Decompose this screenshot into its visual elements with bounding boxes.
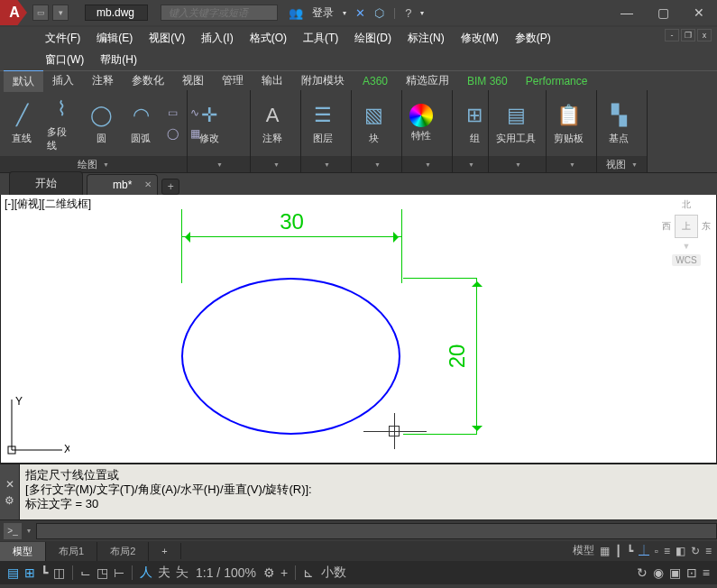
- grid-icon[interactable]: ▦: [600, 545, 610, 557]
- viewcube[interactable]: 北 西 上 东 ▼ WCS: [662, 198, 711, 266]
- sb-menu-icon[interactable]: ≡: [703, 565, 710, 580]
- clipboard-button[interactable]: 📋剪贴板: [550, 99, 587, 147]
- signin-icon[interactable]: 👥: [289, 6, 303, 20]
- command-history[interactable]: 指定尺寸线位置或 [多行文字(M)/文字(T)/角度(A)/水平(H)/垂直(V…: [20, 464, 717, 519]
- ribbon-tab-bim[interactable]: BIM 360: [458, 72, 517, 90]
- ribbon-tab-view[interactable]: 视图: [173, 70, 213, 91]
- ribbon-tab-manage[interactable]: 管理: [213, 70, 253, 91]
- search-input[interactable]: [161, 5, 278, 21]
- panel-modify-label[interactable]: ▼: [188, 156, 250, 172]
- sb-layer-icon[interactable]: ◫: [53, 565, 65, 580]
- qat-recent-icon[interactable]: ▾: [52, 5, 69, 21]
- sb-3d-icon[interactable]: ◳: [97, 565, 108, 580]
- panel-properties-label[interactable]: ▼: [402, 156, 452, 172]
- sb-grid-icon[interactable]: ⊞: [24, 565, 35, 580]
- polyline-button[interactable]: ⌇多段线: [43, 93, 79, 154]
- app-store-icon[interactable]: ⬡: [374, 6, 384, 20]
- close-button[interactable]: ✕: [681, 0, 717, 25]
- lineweight-icon[interactable]: ≡: [664, 545, 670, 557]
- snap-icon[interactable]: ┗: [627, 545, 633, 557]
- ribbon-tab-parametric[interactable]: 参数化: [123, 70, 173, 91]
- line-button[interactable]: ╱直线: [4, 99, 40, 147]
- ribbon-tab-a360[interactable]: A360: [354, 72, 397, 90]
- panel-utilities-label[interactable]: ▼: [489, 156, 546, 172]
- groups-button[interactable]: ⊞组: [456, 99, 492, 147]
- help-icon[interactable]: ?: [405, 6, 411, 20]
- utilities-button[interactable]: ▤实用工具: [492, 99, 539, 147]
- sb-clean-icon[interactable]: ⊡: [686, 565, 697, 580]
- layout-1[interactable]: 布局1: [46, 542, 97, 561]
- sb-workspace-icon[interactable]: ▤: [7, 565, 19, 580]
- sb-ucs-icon[interactable]: ⌙: [80, 565, 91, 580]
- block-button[interactable]: ▧块: [355, 99, 391, 147]
- layout-model[interactable]: 模型: [0, 542, 46, 561]
- menu-dim[interactable]: 标注(N): [408, 31, 445, 46]
- tab-add-button[interactable]: +: [161, 179, 179, 195]
- sb-dyn-icon[interactable]: ⊢: [114, 565, 124, 580]
- qat-new-icon[interactable]: ▭: [32, 5, 49, 21]
- sb-angle-icon[interactable]: ⊾: [303, 565, 314, 580]
- ellipse-button[interactable]: ◯: [162, 124, 182, 142]
- menu-draw[interactable]: 绘图(D): [354, 31, 391, 46]
- menu-modify[interactable]: 修改(M): [461, 31, 499, 46]
- layout-add-button[interactable]: +: [149, 543, 180, 559]
- menu-window[interactable]: 窗口(W): [45, 52, 84, 68]
- sb-units-label[interactable]: 小数: [321, 565, 346, 581]
- help-dropdown-icon[interactable]: ▾: [420, 9, 424, 17]
- mdi-close-button[interactable]: x: [697, 29, 712, 41]
- sb-scale-label[interactable]: 1:1 / 100%: [196, 565, 256, 580]
- arc-button[interactable]: ◠圆弧: [123, 99, 159, 147]
- sb-person-icon[interactable]: 人: [140, 565, 152, 581]
- ribbon-tab-featured[interactable]: 精选应用: [397, 70, 458, 91]
- sb-refresh-icon[interactable]: ↻: [637, 565, 648, 580]
- login-dropdown-icon[interactable]: ▾: [343, 9, 346, 17]
- menu-view[interactable]: 视图(V): [149, 31, 185, 46]
- layers-button[interactable]: ☰图层: [305, 99, 341, 147]
- ribbon-tab-output[interactable]: 输出: [253, 70, 292, 91]
- osnap-icon[interactable]: ▫: [655, 545, 658, 557]
- cmd-dropdown-icon[interactable]: ▾: [27, 527, 31, 535]
- circle-button[interactable]: ◯圆: [83, 99, 119, 147]
- sb-max-icon[interactable]: ▣: [669, 565, 681, 580]
- tab-document[interactable]: mb*✕: [87, 174, 158, 195]
- ortho-icon[interactable]: ⏊: [639, 545, 649, 557]
- panel-clipboard-label[interactable]: ▼: [547, 156, 596, 172]
- panel-block-label[interactable]: ▼: [352, 156, 401, 172]
- panel-draw-label[interactable]: 绘图▼: [0, 156, 187, 172]
- mdi-min-button[interactable]: -: [665, 29, 679, 41]
- sb-person2-icon[interactable]: 夫: [158, 565, 170, 581]
- sb-plus-icon[interactable]: +: [280, 565, 288, 580]
- mdi-restore-button[interactable]: ❐: [681, 29, 695, 41]
- customize-icon[interactable]: ≡: [705, 545, 712, 557]
- menu-insert[interactable]: 插入(I): [201, 31, 233, 46]
- sb-gear-icon[interactable]: ⚙: [263, 565, 275, 580]
- menu-tools[interactable]: 工具(T): [303, 31, 338, 46]
- properties-button[interactable]: 特性: [406, 102, 437, 144]
- ribbon-tab-perf[interactable]: Performance: [517, 72, 597, 90]
- minimize-button[interactable]: —: [609, 0, 645, 25]
- nav-top-face[interactable]: 上: [675, 215, 698, 238]
- modify-button[interactable]: ✛修改: [191, 99, 227, 147]
- login-label[interactable]: 登录: [312, 5, 334, 21]
- wcs-label[interactable]: WCS: [672, 254, 700, 266]
- command-input[interactable]: [36, 523, 717, 539]
- tab-start[interactable]: 开始: [9, 171, 83, 195]
- sb-person3-icon[interactable]: 夨: [176, 565, 188, 581]
- annotate-button[interactable]: A注释: [254, 99, 290, 147]
- cmd-close-icon[interactable]: ✕: [5, 478, 14, 491]
- exchange-icon[interactable]: ✕: [355, 6, 365, 20]
- base-button[interactable]: ▚基点: [601, 99, 637, 147]
- status-model-label[interactable]: 模型: [573, 543, 594, 558]
- ribbon-tab-insert[interactable]: 插入: [43, 70, 83, 91]
- layout-2[interactable]: 布局2: [97, 542, 149, 561]
- menu-param[interactable]: 参数(P): [515, 31, 551, 46]
- ribbon-tab-default[interactable]: 默认: [4, 70, 43, 92]
- rect-button[interactable]: ▭: [162, 104, 182, 122]
- cycle-icon[interactable]: ↻: [691, 545, 700, 557]
- maximize-button[interactable]: ▢: [645, 0, 681, 25]
- ribbon-tab-annotate[interactable]: 注释: [83, 70, 123, 91]
- menu-edit[interactable]: 编辑(E): [97, 31, 133, 46]
- sb-snap-icon[interactable]: ┗: [41, 565, 48, 580]
- panel-groups-label[interactable]: ▼: [453, 156, 488, 172]
- menu-help[interactable]: 帮助(H): [100, 52, 137, 68]
